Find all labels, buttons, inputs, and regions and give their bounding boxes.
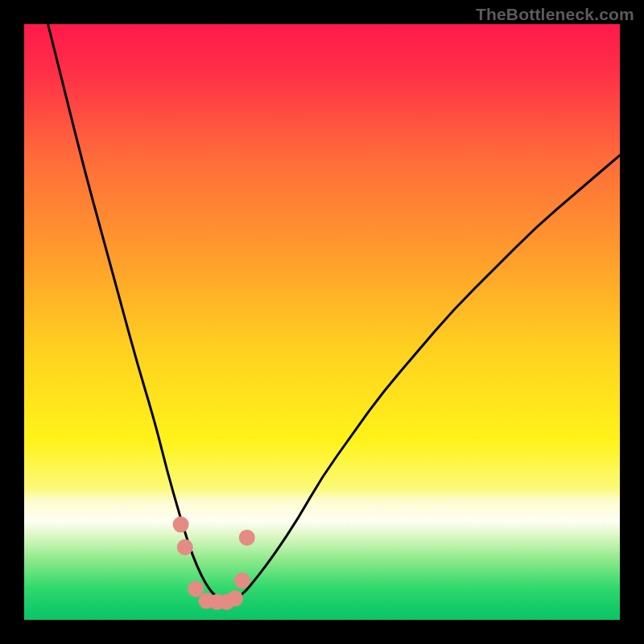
- highlight-marker: [239, 530, 255, 546]
- chart-frame: TheBottleneck.com: [0, 0, 644, 644]
- highlight-marker: [173, 517, 189, 533]
- highlight-marker: [234, 572, 250, 588]
- chart-svg: [24, 24, 620, 620]
- watermark-text: TheBottleneck.com: [476, 5, 634, 24]
- highlight-marker: [227, 590, 243, 606]
- highlight-marker: [188, 581, 204, 597]
- chart-background: [24, 24, 620, 620]
- highlight-marker: [177, 539, 193, 555]
- plot-area: [24, 24, 620, 620]
